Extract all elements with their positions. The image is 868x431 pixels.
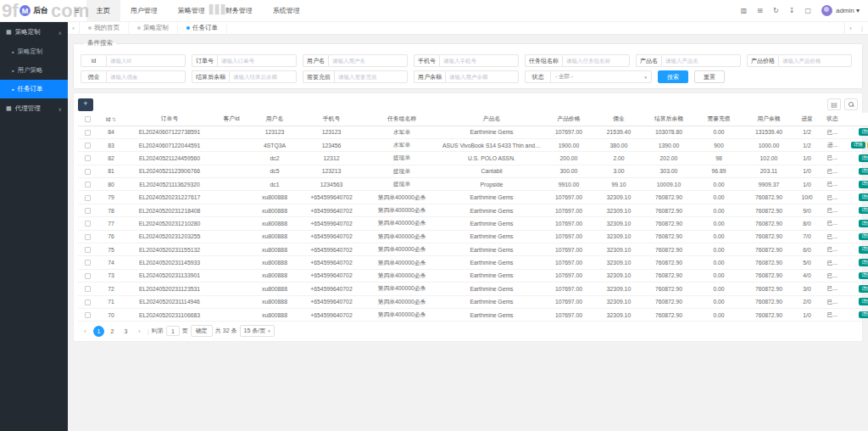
page-button[interactable]: 1 xyxy=(93,326,104,337)
reset-button[interactable]: 重置 xyxy=(694,70,725,83)
refresh-icon[interactable]: ↻ xyxy=(768,7,784,14)
detail-button[interactable]: 详情 xyxy=(859,193,868,201)
cell-id: 70 xyxy=(97,308,125,321)
fullscreen-icon[interactable]: ▢ xyxy=(799,7,816,14)
row-checkbox[interactable] xyxy=(85,299,91,305)
nav-tab[interactable]: 策略管理 xyxy=(168,0,215,22)
detail-button[interactable]: 详情 xyxy=(859,154,868,162)
filter-input[interactable] xyxy=(562,54,630,67)
detail-button[interactable]: 详情 xyxy=(859,128,868,136)
collapse-menu-icon[interactable]: ≡ xyxy=(68,6,86,15)
row-checkbox[interactable] xyxy=(85,155,91,161)
nav-tab[interactable]: 用户管理 xyxy=(120,0,168,22)
column-header: 结算后余额 xyxy=(643,113,695,126)
filter-input[interactable] xyxy=(217,54,297,67)
page-size-select[interactable]: 15 条/页▾ xyxy=(240,325,275,337)
page-button[interactable]: 3 xyxy=(120,326,131,337)
user-dropdown[interactable]: admin ▾ xyxy=(836,7,860,14)
row-checkbox[interactable] xyxy=(85,247,91,253)
column-header[interactable]: id ⇅ xyxy=(97,113,125,126)
next-page-icon[interactable]: › xyxy=(134,326,145,337)
sidebar-item[interactable]: ▪策略定制 xyxy=(0,42,68,61)
tab-more-icon[interactable]: ⋮ xyxy=(856,22,868,34)
detail-button[interactable]: 详情 xyxy=(859,298,868,305)
row-checkbox[interactable] xyxy=(85,260,91,266)
jump-confirm-button[interactable]: 确定 xyxy=(191,325,213,337)
row-checkbox[interactable] xyxy=(85,182,91,188)
filter-field: 需要充值 xyxy=(303,70,408,83)
detail-button[interactable]: 详情 xyxy=(859,311,868,319)
row-checkbox[interactable] xyxy=(85,273,91,279)
row-checkbox[interactable] xyxy=(85,221,91,227)
filter-input[interactable] xyxy=(328,54,408,67)
sidebar-item[interactable]: ▪任务订单 xyxy=(0,80,68,98)
filter-input[interactable] xyxy=(445,70,519,83)
breadcrumb-tab[interactable]: 任务订单 xyxy=(178,22,227,34)
cell-order-no: EL20240520231114946 xyxy=(125,295,214,308)
nav-tab[interactable]: 主页 xyxy=(86,0,120,22)
detail-button[interactable]: 详情 xyxy=(859,246,868,254)
cell-need-recharge: 0.00 xyxy=(695,269,743,282)
nav-tab[interactable]: 系统管理 xyxy=(263,0,310,22)
detail-button[interactable]: 详情 xyxy=(859,285,868,293)
tab-scroll-right-icon[interactable]: › xyxy=(844,22,856,34)
filter-input[interactable] xyxy=(106,70,186,83)
status-select[interactable]: - 全部 -▾ xyxy=(550,70,652,83)
detail-button[interactable]: 详情 xyxy=(859,220,868,227)
row-checkbox[interactable] xyxy=(85,286,91,292)
detail-button[interactable]: 详情 xyxy=(859,168,868,176)
cell-user-balance: 760872.90 xyxy=(743,308,795,321)
cell-need-recharge: 0.00 xyxy=(695,178,743,191)
jump-page-input[interactable] xyxy=(166,326,180,336)
table-row: 77EL20240520231210280xu800888+6545996407… xyxy=(78,217,868,230)
add-button[interactable]: + xyxy=(78,98,93,111)
chart-icon[interactable]: ▥ xyxy=(736,7,753,14)
cell-after-balance: 760872.90 xyxy=(643,256,695,269)
cell-actions: 详情编辑删除 xyxy=(846,230,868,243)
row-checkbox[interactable] xyxy=(85,169,91,175)
detail-button[interactable]: 详情 xyxy=(859,181,868,188)
cell-commission: 32309.10 xyxy=(595,283,643,295)
page-button[interactable]: 2 xyxy=(107,326,118,337)
filter-columns-button[interactable]: ▤ xyxy=(827,98,841,110)
avatar[interactable] xyxy=(821,5,832,16)
select-all-checkbox[interactable] xyxy=(85,116,91,122)
filter-input[interactable] xyxy=(439,54,519,67)
detail-button[interactable]: 详情 xyxy=(859,207,868,215)
search-tool-button[interactable] xyxy=(844,98,858,110)
cell-customer-id xyxy=(214,138,249,151)
sidebar-group[interactable]: ▦代理管理∨ xyxy=(0,98,68,119)
detail-button[interactable]: 详情 xyxy=(859,233,868,241)
filter-input[interactable] xyxy=(229,70,297,83)
row-checkbox[interactable] xyxy=(85,143,91,148)
layout-icon[interactable]: ⊞ xyxy=(752,7,768,14)
sort-icon[interactable]: ⇅ xyxy=(110,117,116,122)
search-button[interactable]: 搜索 xyxy=(658,70,688,83)
download-icon[interactable]: ↧ xyxy=(784,7,800,14)
cell-user-balance: 760872.90 xyxy=(743,204,795,216)
row-checkbox[interactable] xyxy=(85,208,91,214)
detail-button[interactable]: 详情 xyxy=(851,142,865,149)
sidebar-item[interactable]: ▪用户策略 xyxy=(0,61,68,80)
row-checkbox[interactable] xyxy=(85,130,91,136)
table-row: 81EL20240521123906766dc5123213提现单Cantabi… xyxy=(78,165,868,177)
header-icons: ▥⊞↻↧▢ xyxy=(736,7,816,14)
sidebar-group[interactable]: ▦策略定制∧ xyxy=(0,22,68,42)
detail-button[interactable]: 详情 xyxy=(859,259,868,266)
filter-input[interactable] xyxy=(106,54,186,67)
tab-scroll-left-icon[interactable]: ‹ xyxy=(68,22,80,34)
cell-order-no: EL20240521123906766 xyxy=(125,165,214,177)
filter-input[interactable] xyxy=(778,54,852,67)
filter-input[interactable] xyxy=(334,70,408,83)
row-checkbox[interactable] xyxy=(85,312,91,318)
prev-page-icon[interactable]: ‹ xyxy=(80,326,91,337)
nav-tab[interactable]: 财务管理 xyxy=(215,0,263,22)
cell-status: 已... xyxy=(819,204,846,216)
filter-input[interactable] xyxy=(661,54,741,67)
row-checkbox[interactable] xyxy=(85,195,91,201)
breadcrumb-tab[interactable]: 策略定制 xyxy=(129,22,178,34)
detail-button[interactable]: 详情 xyxy=(859,272,868,280)
cell-username: xu800888 xyxy=(249,243,300,256)
row-checkbox[interactable] xyxy=(85,234,91,240)
breadcrumb-tab[interactable]: 我的首页 xyxy=(80,22,129,34)
